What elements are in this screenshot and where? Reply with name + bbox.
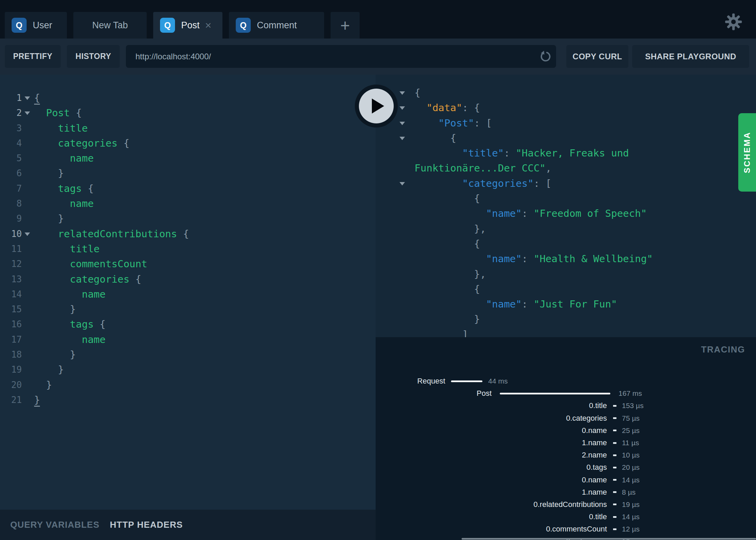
code-token bbox=[415, 298, 486, 310]
fold-arrow-icon[interactable] bbox=[399, 182, 405, 185]
code-token: { bbox=[177, 228, 189, 240]
trace-duration-bar bbox=[613, 417, 616, 419]
code-token: { bbox=[34, 92, 40, 105]
fold-arrow-icon[interactable] bbox=[25, 232, 30, 236]
tab-label: User bbox=[33, 20, 52, 31]
line-number: 1 bbox=[0, 90, 22, 105]
editor-line: 20 } bbox=[0, 377, 376, 392]
share-playground-button[interactable]: SHARE PLAYGROUND bbox=[632, 45, 749, 68]
endpoint-url-input[interactable] bbox=[126, 45, 556, 68]
code-token: { bbox=[415, 87, 420, 99]
fold-arrow-icon[interactable] bbox=[399, 122, 405, 125]
code-text: } bbox=[34, 392, 40, 407]
tracing-horizontal-scrollbar[interactable] bbox=[462, 538, 756, 540]
tracing-title: TRACING bbox=[701, 344, 745, 355]
trace-row: 0.relatedContributions19 µs bbox=[376, 498, 756, 511]
response-line: { bbox=[376, 282, 756, 297]
fold-arrow-icon[interactable] bbox=[399, 137, 405, 140]
code-token bbox=[34, 122, 58, 134]
tab-comment[interactable]: QComment bbox=[229, 12, 324, 39]
trace-duration-bar bbox=[613, 467, 616, 468]
response-line: { bbox=[376, 131, 756, 146]
code-token: name bbox=[70, 198, 94, 209]
add-tab-button[interactable]: + bbox=[331, 12, 360, 39]
line-number: 18 bbox=[0, 347, 22, 362]
response-line: "name": "Health & Wellbeing" bbox=[376, 251, 756, 266]
code-text: Funktionäre...Der CCC", bbox=[415, 161, 552, 176]
code-text: relatedContributions { bbox=[34, 226, 189, 241]
reset-endpoint-icon[interactable] bbox=[538, 50, 552, 63]
code-token: , bbox=[546, 162, 551, 174]
query-variables-tab[interactable]: QUERY VARIABLES bbox=[10, 510, 100, 540]
editor-line: 13 categories { bbox=[0, 272, 376, 287]
code-text: "Post": [ bbox=[415, 116, 492, 131]
code-text: } bbox=[34, 362, 64, 377]
response-line: } bbox=[376, 312, 756, 327]
code-token bbox=[415, 102, 426, 114]
line-number: 9 bbox=[0, 211, 22, 226]
code-token: tags bbox=[70, 318, 94, 330]
code-token bbox=[34, 318, 70, 330]
prettify-button[interactable]: PRETTIFY bbox=[5, 45, 61, 68]
fold-arrow-icon[interactable] bbox=[25, 111, 30, 115]
line-number: 17 bbox=[0, 332, 22, 347]
schema-side-tab[interactable]: SCHEMA bbox=[738, 113, 756, 192]
code-text: commentsCount bbox=[34, 256, 147, 271]
query-editor[interactable]: 1{2 Post {3 title4 categories {5 name6 }… bbox=[0, 75, 376, 510]
editor-line: 10 relatedContributions { bbox=[0, 226, 376, 241]
fold-arrow-icon[interactable] bbox=[399, 91, 405, 95]
response-pane: { "data": { "Post": [ { "title": "Hacker… bbox=[376, 75, 756, 540]
editor-line: 17 name bbox=[0, 332, 376, 347]
code-token: categories bbox=[58, 137, 118, 149]
play-icon bbox=[372, 99, 384, 114]
editor-line: 7 tags { bbox=[0, 181, 376, 196]
code-text: "data": { bbox=[415, 100, 480, 115]
trace-label: 0.name bbox=[376, 476, 607, 484]
line-number: 7 bbox=[0, 181, 22, 196]
tab-post[interactable]: QPost× bbox=[153, 12, 222, 39]
close-tab-icon[interactable]: × bbox=[205, 20, 212, 31]
trace-label: 1.name bbox=[376, 438, 607, 447]
query-badge-icon: Q bbox=[236, 18, 251, 33]
trace-label: 0.title bbox=[376, 512, 607, 521]
code-token bbox=[415, 253, 486, 265]
editor-line: 6 } bbox=[0, 166, 376, 181]
trace-duration-bar bbox=[613, 405, 616, 407]
code-token: : bbox=[522, 253, 534, 265]
editor-line: 18 } bbox=[0, 347, 376, 362]
fold-arrow-icon[interactable] bbox=[399, 106, 405, 110]
fold-arrow-icon[interactable] bbox=[25, 96, 30, 100]
code-token: } bbox=[34, 349, 76, 360]
code-token: { bbox=[129, 273, 141, 285]
editor-line: 1{ bbox=[0, 90, 376, 105]
code-text: } bbox=[34, 211, 64, 226]
trace-label: 0.relatedContributions bbox=[376, 500, 607, 509]
code-text: title bbox=[34, 121, 88, 136]
code-text: "name": "Freedom of Speech" bbox=[415, 206, 647, 221]
code-token bbox=[34, 137, 58, 149]
editor-line: 11 title bbox=[0, 241, 376, 256]
code-text: categories { bbox=[34, 136, 129, 151]
response-viewer[interactable]: { "data": { "Post": [ { "title": "Hacker… bbox=[376, 75, 756, 348]
code-token bbox=[415, 178, 462, 189]
code-token: "data" bbox=[426, 102, 462, 114]
tab-new-tab[interactable]: New Tab bbox=[73, 12, 147, 39]
history-button[interactable]: HISTORY bbox=[67, 45, 120, 68]
editor-line: 12 commentsCount bbox=[0, 256, 376, 271]
settings-gear-icon[interactable] bbox=[724, 12, 743, 31]
code-text: { bbox=[415, 191, 480, 206]
trace-label: Post bbox=[376, 389, 492, 398]
trace-duration-bar bbox=[613, 504, 616, 505]
copy-curl-button[interactable]: COPY CURL bbox=[566, 45, 628, 68]
code-token: Post bbox=[46, 107, 70, 119]
line-number: 20 bbox=[0, 377, 22, 392]
code-token: { bbox=[415, 193, 480, 204]
line-number: 11 bbox=[0, 241, 22, 256]
execute-query-button[interactable] bbox=[355, 85, 398, 127]
http-headers-tab[interactable]: HTTP HEADERS bbox=[110, 510, 183, 540]
code-token: : [ bbox=[474, 117, 492, 129]
code-token: commentsCount bbox=[70, 258, 147, 270]
query-badge-icon: Q bbox=[12, 18, 27, 33]
tab-user[interactable]: QUser bbox=[5, 12, 67, 39]
code-text: tags { bbox=[34, 181, 94, 196]
